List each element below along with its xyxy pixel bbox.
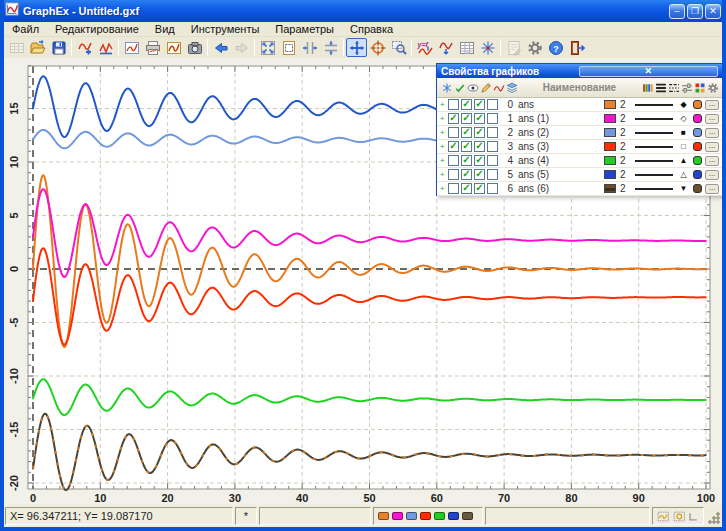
legend-swatch-5[interactable]: [448, 512, 459, 520]
colors-icon[interactable]: [641, 81, 654, 95]
legend-swatch-3[interactable]: [420, 512, 431, 520]
marker-color-button[interactable]: [693, 184, 702, 193]
curve-checkbox-1[interactable]: ✓: [461, 169, 472, 180]
annotation-button[interactable]: [503, 38, 524, 57]
curve-color-swatch[interactable]: [604, 142, 616, 151]
curve-checkbox-0[interactable]: [448, 169, 459, 180]
curve-checkbox-1[interactable]: ✓: [461, 99, 472, 110]
pan-tool-button[interactable]: [346, 38, 367, 57]
curve-row-0[interactable]: +✓✓0ans2◆...: [437, 98, 722, 112]
curve-checkbox-1[interactable]: ✓: [461, 141, 472, 152]
edit-pencil-icon[interactable]: [479, 81, 492, 95]
open-triangle-up-icon[interactable]: △: [677, 170, 690, 179]
curve-checkbox-3[interactable]: [487, 169, 498, 180]
curve-checkbox-1[interactable]: ✓: [461, 127, 472, 138]
curve-checkbox-0[interactable]: [448, 155, 459, 166]
close-button[interactable]: ✕: [705, 4, 721, 19]
auto-scale-button[interactable]: [477, 38, 498, 57]
curve-checkbox-3[interactable]: [487, 99, 498, 110]
curve-analysis-button[interactable]: [435, 38, 456, 57]
curve-color-swatch[interactable]: [604, 170, 616, 179]
curve-color-swatch[interactable]: [604, 184, 616, 193]
marker-color-button[interactable]: [693, 170, 702, 179]
curve-checkbox-1[interactable]: ✓: [461, 183, 472, 194]
curve-color-swatch[interactable]: [604, 156, 616, 165]
data-table-button[interactable]: [456, 38, 477, 57]
curve-checkbox-2[interactable]: ✓: [474, 127, 485, 138]
back-button[interactable]: [210, 38, 231, 57]
exit-button[interactable]: [566, 38, 587, 57]
help-button[interactable]: ?: [545, 38, 566, 57]
mini-chart-icon[interactable]: [657, 510, 670, 523]
curve-checkbox-0[interactable]: [448, 127, 459, 138]
curve-row-2[interactable]: +✓✓2ans (2)2■...: [437, 126, 722, 140]
legend-swatch-0[interactable]: [378, 512, 389, 520]
forward-button[interactable]: [231, 38, 252, 57]
curve-color-swatch[interactable]: [604, 100, 616, 109]
curve-checkbox-2[interactable]: ✓: [474, 169, 485, 180]
layers-icon[interactable]: [505, 81, 518, 95]
graph-properties-panel[interactable]: Свойства графиков ✕ Наименование +✓✓0ans…: [436, 63, 723, 196]
curve-checkbox-3[interactable]: [487, 155, 498, 166]
line-style-sample[interactable]: [635, 146, 673, 148]
sliders-icon[interactable]: [680, 81, 693, 95]
fit-all-button[interactable]: [257, 38, 278, 57]
line-style-sample[interactable]: [635, 104, 673, 106]
curve-checkbox-3[interactable]: [487, 113, 498, 124]
more-options-button[interactable]: ...: [705, 156, 719, 166]
filled-diamond-icon[interactable]: ◆: [677, 100, 690, 109]
status-mini-icons[interactable]: [652, 507, 704, 525]
curve-row-6[interactable]: +✓✓6ans (6)2▼...: [437, 182, 722, 196]
curve-checkbox-2[interactable]: ✓: [474, 99, 485, 110]
panel-close-icon[interactable]: ✕: [579, 66, 719, 77]
marker-color-button[interactable]: [693, 142, 702, 151]
markers-icon[interactable]: [693, 81, 706, 95]
curve-checkbox-2[interactable]: ✓: [474, 183, 485, 194]
open-button[interactable]: [27, 38, 48, 57]
curve-row-3[interactable]: +✓✓✓3ans (3)2□...: [437, 140, 722, 154]
crosshair-tool-button[interactable]: [367, 38, 388, 57]
line-style-sample[interactable]: [635, 118, 673, 120]
curve-checkbox-3[interactable]: [487, 183, 498, 194]
curve-checkbox-1[interactable]: ✓: [461, 113, 472, 124]
curve-icon[interactable]: [492, 81, 505, 95]
more-options-button[interactable]: ...: [705, 100, 719, 110]
filled-square-icon[interactable]: ■: [677, 128, 690, 137]
row-expand-icon[interactable]: +: [440, 129, 448, 137]
fit-height-button[interactable]: [320, 38, 341, 57]
curve-checkbox-0[interactable]: ✓: [448, 141, 459, 152]
freeze-icon[interactable]: [440, 81, 453, 95]
more-options-button[interactable]: ...: [705, 142, 719, 152]
chart-area[interactable]: 0102030405060708090100-20-15-10-5051015 …: [4, 58, 722, 505]
zoom-select-tool-button[interactable]: [388, 38, 409, 57]
curve-color-swatch[interactable]: [604, 114, 616, 123]
row-expand-icon[interactable]: +: [440, 185, 448, 193]
curve-checkbox-3[interactable]: [487, 141, 498, 152]
settings-button[interactable]: [524, 38, 545, 57]
snapshot-button[interactable]: [184, 38, 205, 57]
line-style-icon[interactable]: [667, 81, 680, 95]
curve-checkbox-0[interactable]: ✓: [448, 113, 459, 124]
open-diamond-icon[interactable]: ◇: [677, 114, 690, 123]
new-table-button[interactable]: [6, 38, 27, 57]
add-curve-button[interactable]: [74, 38, 95, 57]
dock-corner-icon[interactable]: [688, 510, 699, 523]
visibility-icon[interactable]: [466, 81, 479, 95]
row-expand-icon[interactable]: +: [440, 101, 448, 109]
menu-item-0[interactable]: Файл: [4, 22, 47, 36]
more-options-button[interactable]: ...: [705, 114, 719, 124]
settings-icon[interactable]: [706, 81, 719, 95]
edit-curve-button[interactable]: [95, 38, 116, 57]
curve-checkbox-2[interactable]: ✓: [474, 155, 485, 166]
curve-row-4[interactable]: +✓✓4ans (4)2▲...: [437, 154, 722, 168]
curve-checkbox-2[interactable]: ✓: [474, 113, 485, 124]
marker-color-button[interactable]: [693, 156, 702, 165]
curve-checkbox-0[interactable]: [448, 99, 459, 110]
more-options-button[interactable]: ...: [705, 128, 719, 138]
curve-checkbox-2[interactable]: ✓: [474, 141, 485, 152]
menu-item-2[interactable]: Вид: [147, 22, 183, 36]
marker-color-button[interactable]: [693, 128, 702, 137]
curve-row-1[interactable]: +✓✓✓1ans (1)2◇...: [437, 112, 722, 126]
line-width-icon[interactable]: [654, 81, 667, 95]
menu-item-4[interactable]: Параметры: [267, 22, 342, 36]
